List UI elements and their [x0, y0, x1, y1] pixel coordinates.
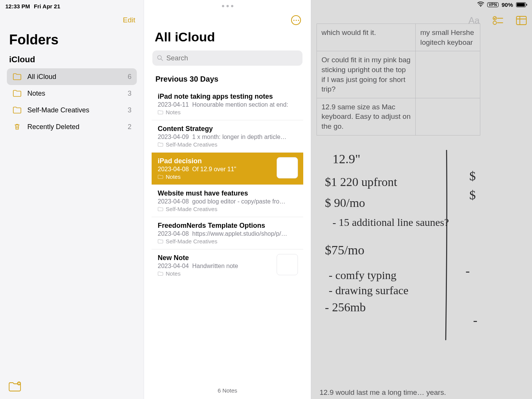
- folder-name: Recently Deleted: [27, 123, 128, 131]
- note-date: 2023-04-09: [158, 134, 189, 140]
- more-options-button[interactable]: [291, 15, 301, 25]
- note-folder: Notes: [166, 173, 180, 180]
- folder-item-recently-deleted[interactable]: Recently Deleted 2: [7, 118, 137, 135]
- note-item[interactable]: iPad note taking apps testing notes 2023…: [152, 88, 303, 120]
- table-cell[interactable]: which would fit it.: [317, 24, 416, 51]
- table-row[interactable]: which would fit it. my small Hershe logi…: [317, 24, 480, 51]
- note-table[interactable]: which would fit it. my small Hershe logi…: [317, 24, 480, 136]
- note-date: 2023-04-04: [158, 263, 189, 269]
- table-cell[interactable]: Or could fit it in my pink bag sticking …: [317, 51, 416, 98]
- folder-list: All iCloud 6 Notes 3 Self-Made Creatives…: [0, 67, 144, 137]
- note-preview: 1 x month: longer in depth article…: [192, 134, 287, 140]
- note-folder: Self-Made Creatives: [166, 206, 217, 212]
- folder-count: 3: [128, 90, 131, 98]
- note-item[interactable]: Website must have features 2023-04-08 go…: [152, 185, 303, 217]
- note-item-selected[interactable]: iPad decision 2023-04-08 Of 12.9 over 11…: [152, 153, 303, 185]
- note-preview: Handwritten note: [192, 263, 238, 269]
- hw-line: $: [469, 188, 476, 202]
- table-cell[interactable]: [416, 98, 480, 135]
- note-list: iPad note taking apps testing notes 2023…: [152, 88, 303, 281]
- note-date: 2023-04-08: [158, 166, 189, 172]
- folder-item-all-icloud[interactable]: All iCloud 6: [7, 68, 137, 85]
- folder-count: 6: [128, 73, 131, 81]
- folder-item-self-made-creatives[interactable]: Self-Made Creatives 3: [7, 102, 137, 118]
- hw-line: - drawing surface: [329, 284, 408, 296]
- folders-title: Folders: [0, 27, 144, 51]
- folder-icon: [12, 89, 22, 98]
- folders-pane: 12:33 PM Fri Apr 21 Edit Folders iCloud …: [0, 0, 144, 399]
- notes-list-title: All iCloud: [144, 10, 311, 48]
- note-title: FreedomNerds Template Options: [158, 222, 297, 230]
- checklist-button[interactable]: [492, 16, 503, 25]
- note-title: Website must have features: [158, 189, 297, 197]
- folder-name: All iCloud: [27, 73, 128, 81]
- battery-icon: [516, 2, 526, 7]
- table-row[interactable]: Or could fit it in my pink bag sticking …: [317, 51, 480, 98]
- folder-name: Self-Made Creatives: [27, 106, 128, 114]
- table-cell[interactable]: [416, 51, 480, 98]
- note-preview: Of 12.9 over 11": [192, 166, 236, 172]
- status-bar-left: 12:33 PM Fri Apr 21: [0, 0, 144, 10]
- hw-line: 12.9": [332, 152, 360, 166]
- hw-line: $75/mo: [325, 243, 364, 257]
- hw-line: - 15 additional line saunes?: [332, 216, 449, 228]
- note-editor-pane: VPN 90% Aa which would fit it. my small …: [311, 0, 532, 399]
- note-item[interactable]: New Note 2023-04-04 Handwritten note Not…: [152, 249, 303, 281]
- hw-line: -: [473, 313, 477, 327]
- svg-point-1: [158, 55, 162, 59]
- svg-point-2: [480, 6, 481, 7]
- note-preview: good blog editor - copy/paste fro…: [192, 198, 285, 205]
- note-item[interactable]: FreedomNerds Template Options 2023-04-08…: [152, 217, 303, 249]
- folder-count: 3: [128, 106, 131, 114]
- battery-percent: 90%: [502, 2, 513, 8]
- status-bar-right: VPN 90%: [477, 2, 526, 8]
- folder-item-notes[interactable]: Notes 3: [7, 85, 137, 102]
- note-content[interactable]: which would fit it. my small Hershe logi…: [311, 0, 532, 399]
- note-thumbnail: [277, 157, 298, 178]
- notes-list-pane: All iCloud Previous 30 Days iPad note ta…: [144, 0, 311, 399]
- folder-name: Notes: [27, 90, 128, 98]
- note-folder: Notes: [166, 270, 180, 277]
- note-footer-text: 12.9 would last me a long time… years.: [320, 388, 446, 397]
- vpn-badge: VPN: [487, 2, 499, 7]
- table-row[interactable]: 12.9 same size as Mac keyboard. Easy to …: [317, 98, 480, 135]
- edit-button[interactable]: Edit: [123, 16, 135, 24]
- note-folder: Self-Made Creatives: [166, 238, 217, 244]
- note-title: Content Strategy: [158, 125, 297, 133]
- handwriting-area[interactable]: 12.9" $1 220 upfront $ 90/mo - 15 additi…: [325, 150, 532, 347]
- status-date: Fri Apr 21: [34, 3, 60, 9]
- account-label: iCloud: [0, 51, 144, 67]
- multitask-dots[interactable]: [144, 0, 311, 10]
- hw-line: -: [466, 264, 470, 278]
- folder-count: 2: [128, 123, 131, 131]
- note-title: iPad note taking apps testing notes: [158, 93, 297, 101]
- table-cell[interactable]: my small Hershe logitech keyboar: [416, 24, 480, 51]
- text-style-button[interactable]: Aa: [469, 15, 480, 26]
- note-item[interactable]: Content Strategy 2023-04-09 1 x month: l…: [152, 120, 303, 153]
- hw-line: $: [469, 169, 476, 183]
- note-preview: https://www.applet.studio/shop/p/…: [192, 230, 287, 237]
- hw-line: - 256mb: [325, 300, 366, 314]
- wifi-icon: [477, 2, 484, 8]
- note-thumbnail: [277, 254, 298, 275]
- new-folder-button[interactable]: [8, 382, 21, 394]
- note-date: 2023-04-08: [158, 230, 189, 237]
- table-button[interactable]: [516, 16, 527, 25]
- status-time: 12:33 PM: [5, 3, 30, 9]
- svg-rect-5: [516, 16, 526, 25]
- note-count-footer: 6 Notes: [144, 387, 311, 394]
- hw-line: $1 220 upfront: [325, 175, 397, 189]
- search-icon: [157, 55, 163, 62]
- section-header: Previous 30 Days: [144, 66, 311, 87]
- svg-point-4: [493, 21, 497, 25]
- note-date: 2023-04-11: [158, 101, 189, 108]
- search-box[interactable]: [152, 50, 302, 66]
- hw-line: $ 90/mo: [325, 196, 365, 210]
- folder-icon: [12, 106, 22, 114]
- search-input[interactable]: [166, 54, 298, 62]
- note-folder: Self-Made Creatives: [166, 141, 217, 148]
- hw-line: - comfy typing: [329, 269, 396, 281]
- note-title: iPad decision: [158, 157, 297, 165]
- folder-icon: [12, 73, 22, 81]
- table-cell[interactable]: 12.9 same size as Mac keyboard. Easy to …: [317, 98, 416, 135]
